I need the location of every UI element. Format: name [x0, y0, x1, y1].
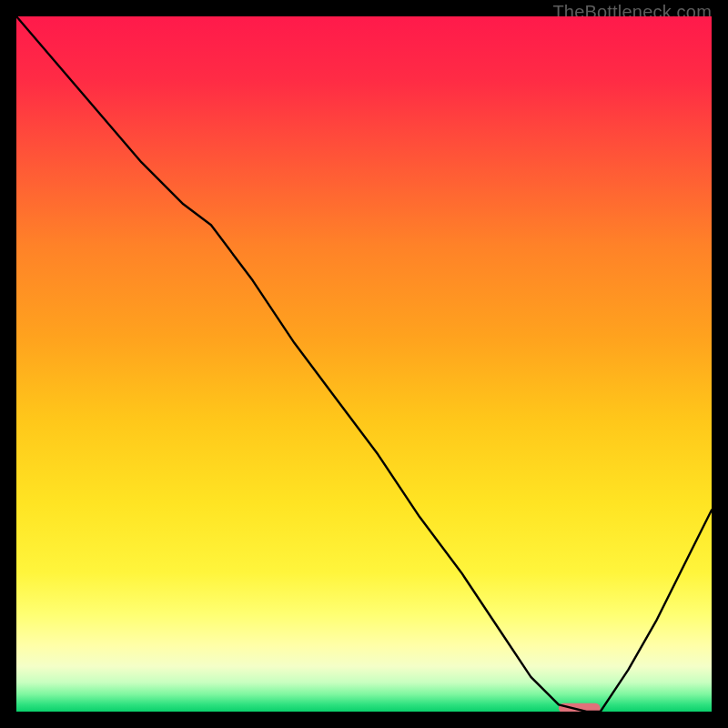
- gradient-background: [16, 16, 712, 712]
- bottleneck-chart: [16, 16, 712, 712]
- chart-frame: TheBottleneck.com: [0, 0, 728, 728]
- plot-area: [16, 16, 712, 712]
